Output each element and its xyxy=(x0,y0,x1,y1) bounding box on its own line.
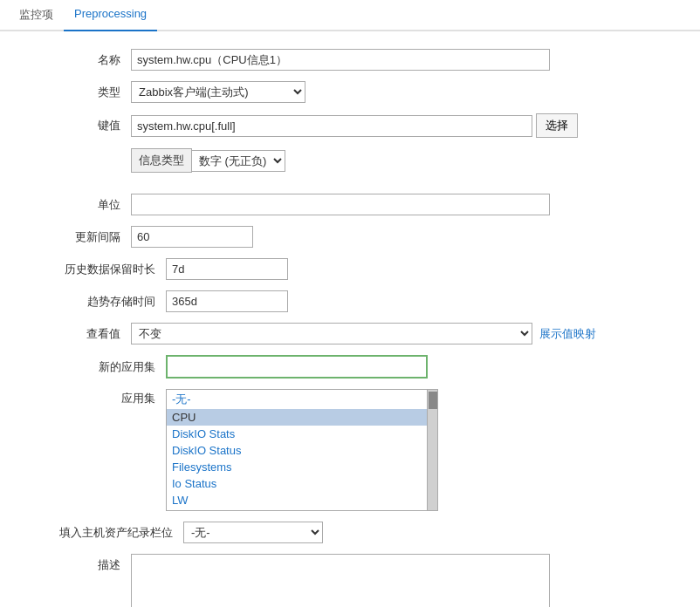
history-label: 历史数据保留时长 xyxy=(26,262,166,277)
app-list-item[interactable]: DiskIO Status xyxy=(167,442,427,459)
type-label: 类型 xyxy=(26,85,131,100)
info-type-label: 信息类型 xyxy=(131,148,192,173)
asset-label: 填入主机资产纪录栏位 xyxy=(26,525,183,541)
type-select[interactable]: Zabbix客户端(主动式) xyxy=(131,81,305,103)
interval-label: 更新间隔 xyxy=(26,229,131,245)
check-label: 查看值 xyxy=(26,326,131,342)
app-list-box[interactable]: -无- CPU DiskIO Stats DiskIO Status Files… xyxy=(166,389,428,511)
history-input[interactable] xyxy=(166,258,288,280)
desc-label: 描述 xyxy=(26,554,131,573)
app-list-item[interactable]: Filesystems xyxy=(167,459,427,475)
interval-input[interactable] xyxy=(131,226,253,248)
scrollbar-thumb[interactable] xyxy=(429,392,437,409)
show-value-mapping-link[interactable]: 展示值映射 xyxy=(539,326,596,342)
key-input[interactable] xyxy=(131,115,532,137)
tab-monitoring[interactable]: 监控项 xyxy=(9,0,64,30)
check-select[interactable]: 不变 xyxy=(131,323,532,344)
scrollbar[interactable] xyxy=(428,389,438,511)
unit-label: 单位 xyxy=(26,197,131,213)
app-list-wrapper: -无- CPU DiskIO Stats DiskIO Status Files… xyxy=(166,389,438,511)
app-list-item[interactable]: LW xyxy=(167,492,427,508)
new-app-label: 新的应用集 xyxy=(26,359,166,375)
select-button[interactable]: 选择 xyxy=(536,113,578,138)
key-label: 键值 xyxy=(26,118,131,133)
asset-select[interactable]: -无- xyxy=(183,522,323,543)
unit-input[interactable] xyxy=(131,194,550,215)
new-app-input[interactable] xyxy=(166,355,428,379)
app-set-label: 应用集 xyxy=(26,389,166,406)
name-input[interactable] xyxy=(131,49,550,71)
tab-preprocessing[interactable]: Preprocessing xyxy=(64,0,157,31)
trend-label: 趋势存储时间 xyxy=(26,294,166,310)
app-list-item[interactable]: CPU xyxy=(167,409,427,426)
trend-input[interactable] xyxy=(166,290,288,312)
desc-textarea[interactable] xyxy=(131,554,550,607)
app-list-item[interactable]: Memory xyxy=(167,508,427,511)
app-list-item[interactable]: DiskIO Stats xyxy=(167,426,427,442)
app-list-item[interactable]: Io Status xyxy=(167,475,427,492)
name-label: 名称 xyxy=(26,52,131,68)
app-list-item[interactable]: -无- xyxy=(167,390,427,409)
info-type-select[interactable]: 数字 (无正负) xyxy=(192,150,285,172)
